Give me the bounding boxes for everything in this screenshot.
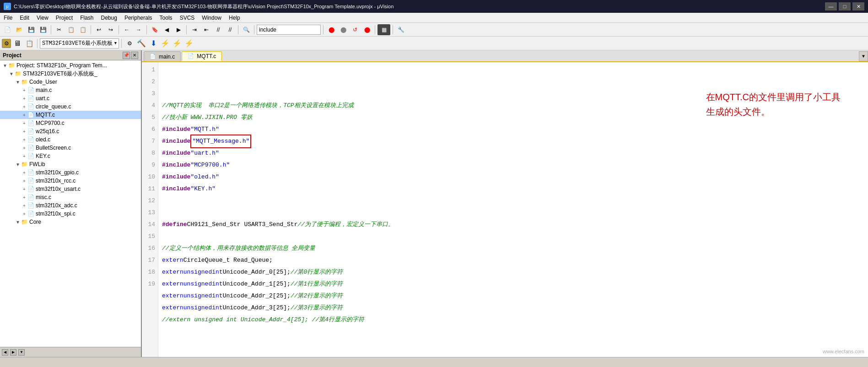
flash-green-button[interactable]: ⚡ [160,38,171,49]
close-button[interactable]: ✕ [852,2,864,11]
find-button[interactable]: 🔍 [241,24,252,35]
menu-item-peripherals[interactable]: Peripherals [121,13,156,22]
tree-node-17[interactable]: +📄stm32f10x_adc.c [0,201,141,210]
tree-expand-1[interactable]: ▼ [8,71,15,76]
target-dropdown[interactable]: STM32F103VET6最小系统板 ▼ [40,38,119,49]
unindent-button[interactable]: ⇤ [201,24,212,35]
tree-node-15[interactable]: +📄stm32f10x_usart.c [0,185,141,193]
tree-expand-19[interactable]: ▼ [15,220,21,225]
tab-MQTT-c[interactable]: 📄MQTT.c [182,51,222,61]
load-button[interactable]: ⬇ [148,38,159,49]
tree-expand-15[interactable]: + [21,187,27,192]
tree-scroll-right[interactable]: ▶ [10,349,16,356]
tree-expand-10[interactable]: + [21,146,27,151]
tree-expand-4[interactable]: + [21,96,27,101]
tree-node-5[interactable]: +📄circle_queue.c [0,103,141,111]
indent-button[interactable]: ⇥ [189,24,200,35]
redo-button[interactable]: ↪ [105,24,116,35]
tree-expand-2[interactable]: ▼ [15,80,21,85]
tree-expand-12[interactable]: ▼ [15,162,21,167]
tree-node-8[interactable]: +📄w25q16.c [0,127,141,135]
panel-close-button[interactable]: ✕ [131,52,138,59]
tree-expand-7[interactable]: + [21,121,27,126]
minimize-button[interactable]: — [825,2,837,11]
code-line-4: #include "MQTT_Message.h" [162,135,868,147]
uncomment-button[interactable]: // [225,24,236,35]
save-button[interactable]: 💾 [26,24,37,35]
tab-main-c[interactable]: 📄main.c [144,51,181,61]
new-button[interactable]: 📄 [2,24,13,35]
tree-node-0[interactable]: ▼📁Project: STM32F10x_Program Tem... [0,61,141,70]
maximize-button[interactable]: □ [839,2,851,11]
code-line-14: extern CircleQueue_t Read_Queue; [162,254,868,266]
flash-extra-button[interactable]: ⚡ [183,38,194,49]
tree-scroll-down[interactable]: ▼ [18,349,25,356]
tree-expand-14[interactable]: + [21,178,27,184]
code-editor[interactable]: 12345678910111213141516171819 //MQTT的实现 … [142,62,868,357]
menu-item-flash[interactable]: Flash [76,13,97,22]
paste-button[interactable]: 📋 [77,24,88,35]
settings2-button[interactable]: ⚙ [124,38,135,49]
tree-scroll-left[interactable]: ◀ [2,349,8,356]
tree-node-9[interactable]: +📄oled.c [0,135,141,144]
back-button[interactable]: ← [121,24,132,35]
copy-button[interactable]: 📋 [65,24,76,35]
open-button[interactable]: 📂 [14,24,25,35]
tree-node-4[interactable]: +📄uart.c [0,94,141,103]
tree-node-18[interactable]: +📄stm32f10x_spi.c [0,210,141,218]
tree-node-16[interactable]: +📄misc.c [0,193,141,201]
tree-expand-18[interactable]: + [21,211,27,216]
tree-node-3[interactable]: +📄main.c [0,86,141,94]
tree-node-13[interactable]: +📄stm32f10x_gpio.c [0,168,141,177]
tree-node-6[interactable]: +📄MQTT.c [0,111,141,119]
tree-expand-16[interactable]: + [21,195,27,200]
panel-pin-button[interactable]: 📌 [123,52,130,59]
tree-expand-9[interactable]: + [21,137,27,142]
tree-node-10[interactable]: +📄BulletScreen.c [0,144,141,152]
tree-expand-5[interactable]: + [21,104,27,109]
search-input[interactable] [257,25,321,35]
menu-item-file[interactable]: File [0,13,16,22]
menu-item-help[interactable]: Help [225,13,244,22]
bookmark-button[interactable]: 🔖 [149,24,160,35]
menu-item-tools[interactable]: Tools [156,13,176,22]
build-icon[interactable]: 🔨 [136,38,147,49]
menu-item-svcs[interactable]: SVCS [176,13,199,22]
comment-button[interactable]: // [213,24,224,35]
menu-item-edit[interactable]: Edit [16,13,33,22]
menu-item-window[interactable]: Window [198,13,225,22]
tree-node-19[interactable]: ▼📁Core [0,218,141,226]
debug-button[interactable]: ⬤ [361,24,372,35]
proj-button2[interactable]: 📋 [24,38,35,49]
menu-item-project[interactable]: Project [52,13,76,22]
tree-expand-6[interactable]: + [21,113,27,118]
stop-button[interactable]: ⬤ [338,24,349,35]
menu-item-view[interactable]: View [33,13,52,22]
tree-node-11[interactable]: +📄KEY.c [0,152,141,160]
prev-bookmark-button[interactable]: ◀ [161,24,172,35]
tree-expand-3[interactable]: + [21,88,27,93]
tree-node-1[interactable]: ▼📁STM32F103VET6最小系统板_ [0,70,141,78]
tree-expand-13[interactable]: + [21,170,27,175]
forward-button[interactable]: → [133,24,144,35]
tab-scroll-right[interactable]: ▼ [859,51,868,61]
options-button[interactable]: ▦ [377,24,390,35]
tree-node-2[interactable]: ▼📁Code_User [0,78,141,86]
tree-expand-8[interactable]: + [21,129,27,134]
run-to-cursor-button[interactable]: ⬤ [326,24,337,35]
config-button[interactable]: 🔧 [395,24,406,35]
cut-button[interactable]: ✂ [54,24,65,35]
tree-expand-11[interactable]: + [21,154,27,159]
tree-node-14[interactable]: +📄stm32f10x_rcc.c [0,177,141,185]
target-options-button[interactable]: ⚙ [2,39,11,48]
tree-node-12[interactable]: ▼📁FWLib [0,160,141,168]
reset-button[interactable]: ↺ [350,24,361,35]
next-bookmark-button[interactable]: ▶ [173,24,184,35]
tree-expand-17[interactable]: + [21,203,27,208]
menu-item-debug[interactable]: Debug [97,13,121,22]
tree-node-7[interactable]: +📄MCP9700.c [0,119,141,127]
tree-expand-0[interactable]: ▼ [2,63,8,68]
save-all-button[interactable]: 💾 [38,24,49,35]
undo-button[interactable]: ↩ [93,24,104,35]
flash-gold-button[interactable]: ⚡ [172,38,183,49]
